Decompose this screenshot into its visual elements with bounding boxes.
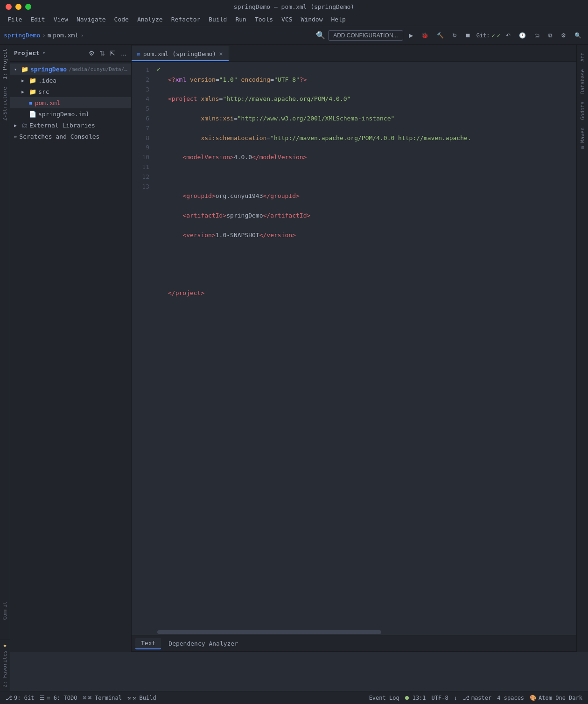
folder-icon: 📁: [21, 66, 28, 73]
breadcrumb-file[interactable]: pom.xml: [53, 32, 78, 39]
breadcrumb-m-icon: m: [48, 32, 51, 39]
status-terminal[interactable]: ⌘ ⌘ Terminal: [83, 695, 121, 701]
status-lf-icon[interactable]: ↓: [454, 695, 457, 701]
close-button[interactable]: [6, 4, 12, 10]
tree-root-label: springDemo: [30, 66, 67, 73]
maximize-button[interactable]: [25, 4, 31, 10]
git-check1: ✓: [492, 32, 495, 39]
add-configuration-button[interactable]: ADD CONFIGURATION...: [328, 30, 403, 41]
h-scrollbar-thumb[interactable]: [157, 630, 381, 634]
tree-item-pom[interactable]: m pom.xml: [10, 97, 131, 108]
right-icon-godota[interactable]: Godota: [580, 98, 586, 124]
branch-icon: ⎇: [463, 695, 469, 701]
settings-button[interactable]: ⚙: [558, 30, 569, 41]
sort-button[interactable]: ⇅: [98, 49, 106, 58]
breadcrumb: springDemo › m pom.xml ›: [4, 32, 314, 39]
h-scrollbar[interactable]: [132, 629, 576, 635]
undo-button[interactable]: ↶: [503, 30, 513, 41]
status-git[interactable]: ⎇ 9: Git: [6, 695, 34, 701]
line-num-10: 10: [132, 153, 149, 162]
menu-run[interactable]: Run: [231, 14, 250, 24]
menu-help[interactable]: Help: [328, 14, 350, 24]
tree-item-ext-libs[interactable]: ▶ 🗂 External Libraries: [10, 120, 131, 131]
folder-idea-icon: 📁: [29, 77, 36, 84]
menu-vcs[interactable]: VCS: [278, 14, 296, 24]
stop-button[interactable]: ⏹: [462, 30, 474, 41]
tab-close-icon[interactable]: ×: [219, 50, 223, 57]
tab-pom-xml[interactable]: m pom.xml (springDemo) ×: [132, 46, 229, 61]
tab-dependency-analyzer[interactable]: Dependency Analyzer: [163, 638, 244, 649]
right-icon-database[interactable]: Database: [580, 65, 586, 98]
favorites-label[interactable]: 2: Favorites: [2, 648, 8, 689]
menu-edit[interactable]: Edit: [27, 14, 49, 24]
code-content[interactable]: <?xml version="1.0" encoding="UTF-8"?> <…: [162, 62, 576, 629]
run-with-coverage-button[interactable]: 🐞: [419, 30, 431, 41]
lf-icon: ↓: [454, 695, 457, 701]
status-build[interactable]: ⚒ ⚒ Build: [127, 695, 156, 701]
code-editor[interactable]: 1 2 3 4 5 6 7 8 9 10 11 12 13 ✓ <?xml ve…: [132, 62, 576, 629]
settings-cog-button[interactable]: ⚙: [88, 49, 96, 58]
expand-button[interactable]: ⇱: [109, 49, 116, 58]
tree-item-src[interactable]: ▶ 📁 src: [10, 86, 131, 97]
code-line-10: [168, 250, 576, 260]
line-num-12: 12: [132, 172, 149, 182]
event-log-label[interactable]: Event Log: [369, 695, 399, 701]
menu-analyze[interactable]: Analyze: [133, 14, 167, 24]
tree-item-iml[interactable]: 📄 springDemo.iml: [10, 108, 131, 120]
line-num-9: 9: [132, 143, 149, 153]
status-right: Event Log 13:1 UTF-8 ↓ ⎇ ⎇ Git master 4 …: [369, 695, 582, 701]
history-button[interactable]: 🕐: [516, 30, 529, 41]
status-theme[interactable]: 🎨 Atom One Dark: [530, 695, 582, 701]
right-icon-att[interactable]: Att: [580, 49, 586, 65]
tree-item-root[interactable]: ▾ 📁 springDemo /media/cunyu/Data/…: [10, 63, 131, 75]
tab-text[interactable]: Text: [135, 638, 161, 649]
menu-view[interactable]: View: [50, 14, 72, 24]
find-button[interactable]: 🔍: [572, 30, 584, 41]
menu-window[interactable]: Window: [297, 14, 327, 24]
code-line-11: [168, 269, 576, 279]
git-branch-icon: ⎇: [6, 695, 12, 701]
vcs-button[interactable]: 🗂: [532, 30, 543, 41]
gear-button[interactable]: …: [119, 49, 127, 58]
favorites-bar[interactable]: ★ 2: Favorites: [0, 640, 10, 691]
sidebar-item-structure[interactable]: Z-Structure: [2, 83, 8, 125]
status-indent[interactable]: 4 spaces: [497, 695, 524, 701]
line-num-8: 8: [132, 134, 149, 143]
menu-bar: File Edit View Navigate Code Analyze Ref…: [0, 13, 588, 26]
refresh-button[interactable]: ↻: [449, 30, 460, 41]
git-label: Git:: [476, 32, 490, 39]
tree-arrow-idea: ▶: [21, 78, 29, 83]
tree-item-scratches[interactable]: ✏ Scratches and Consoles: [10, 131, 131, 142]
status-encoding[interactable]: UTF-8: [432, 695, 448, 701]
build-button[interactable]: 🔨: [434, 30, 447, 41]
breadcrumb-sep1: ›: [42, 32, 46, 39]
menu-file[interactable]: File: [4, 14, 26, 24]
menu-tools[interactable]: Tools: [251, 14, 277, 24]
status-position[interactable]: 13:1: [405, 695, 426, 701]
right-icon-maven[interactable]: m Maven: [580, 124, 586, 153]
project-panel: Project ▾ ⚙ ⇅ ⇱ … ▾ 📁 springDemo /media/…: [10, 45, 132, 652]
search-icon[interactable]: 🔍: [316, 31, 325, 40]
scratches-icon: ✏: [14, 133, 17, 140]
git-check2: ✓: [497, 32, 500, 39]
sidebar-item-project[interactable]: 1: Project: [2, 45, 8, 83]
main-layout: 1: Project Z-Structure Commit Project ▾ …: [0, 45, 588, 652]
status-git-branch[interactable]: ⎇ ⎇ Git master: [463, 695, 491, 701]
menu-build[interactable]: Build: [205, 14, 231, 24]
line-num-11: 11: [132, 162, 149, 172]
dropdown-arrow-icon[interactable]: ▾: [42, 50, 46, 56]
code-line-7: <groupId>org.cunyu1943</groupId>: [168, 191, 576, 201]
minimize-button[interactable]: [15, 4, 21, 10]
status-todo[interactable]: ☰ ≡ 6: TODO: [40, 695, 77, 701]
breadcrumb-project[interactable]: springDemo: [4, 32, 40, 39]
run-button[interactable]: ▶: [406, 30, 416, 41]
tree-item-idea[interactable]: ▶ 📁 .idea: [10, 75, 131, 86]
code-line-1: <?xml version="1.0" encoding="UTF-8"?>: [168, 75, 576, 85]
menu-navigate[interactable]: Navigate: [73, 14, 110, 24]
line-num-2: 2: [132, 75, 149, 85]
sidebar-item-commit[interactable]: Commit: [2, 598, 8, 624]
status-terminal-label: ⌘ Terminal: [88, 695, 122, 701]
menu-code[interactable]: Code: [111, 14, 133, 24]
split-button[interactable]: ⧉: [546, 30, 555, 41]
menu-refactor[interactable]: Refactor: [168, 14, 204, 24]
